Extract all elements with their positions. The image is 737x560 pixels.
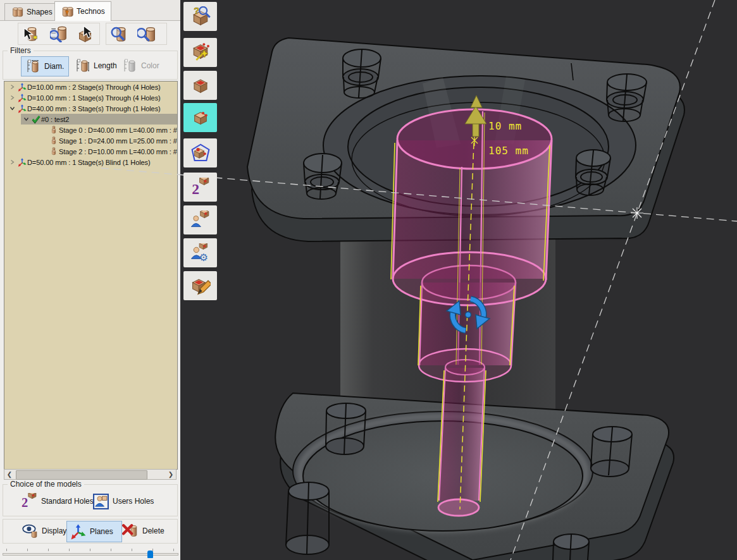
scroll-right-arrow[interactable]: ❯ xyxy=(166,470,176,479)
tree-row[interactable]: D=10.00 mm : 1 Stage(s) Through (4 Holes… xyxy=(4,92,177,103)
standard-hole-2-icon: 2 xyxy=(21,493,37,509)
tree-row[interactable]: Stage 2 : D=10.00 mm L=40.00 mm : # xyxy=(4,146,177,157)
dimension-label-offset[interactable]: 10 mm xyxy=(488,120,522,132)
slider-thumb[interactable] xyxy=(147,551,153,558)
zoom-single-hole-icon xyxy=(137,25,155,43)
standard-holes-label: Standard Holes xyxy=(41,497,94,506)
hole-select-toolbar xyxy=(18,23,100,45)
stage-cylinder-icon xyxy=(48,147,59,156)
box-outline-select-icon xyxy=(190,143,211,163)
filter-diameter-button[interactable]: Diam. xyxy=(21,56,69,76)
box-wand-button[interactable] xyxy=(183,38,217,67)
length-filter-icon xyxy=(75,58,90,74)
panel-tabbar: Shapes Technos xyxy=(0,0,180,21)
filters-group: Filters Diam. Length Color xyxy=(3,51,178,80)
tree-row-label: D=50.00 mm : 1 Stage(s) Blind (1 Holes) xyxy=(27,159,151,166)
zoom-single-hole-button[interactable] xyxy=(133,24,159,44)
filter-diameter-label: Diam. xyxy=(44,62,64,71)
edit-hole-button[interactable] xyxy=(183,271,217,300)
box-active-icon xyxy=(192,109,209,126)
tree-row[interactable]: D=50.00 mm : 1 Stage(s) Blind (1 Holes) xyxy=(4,157,177,167)
box-help-search-button[interactable]: ? xyxy=(183,2,217,31)
application-window: Shapes Technos xyxy=(0,0,737,560)
box-active-button[interactable] xyxy=(183,103,217,132)
filter-length-button[interactable]: Length xyxy=(71,56,121,75)
tree-row[interactable]: Stage 0 : D=40.00 mm L=40.00 mm : # xyxy=(4,125,177,135)
tree-horizontal-scrollbar[interactable]: ❮ ❯ xyxy=(4,469,177,480)
users-holes-button[interactable]: Users Holes xyxy=(93,492,154,510)
tree-row-label: Stage 1 : D=24.00 mm L=25.00 mm : # xyxy=(59,137,177,145)
models-group: Choice of the models 2 Standard Holes Us… xyxy=(3,484,178,516)
dimension-label-depth[interactable]: 105 mm xyxy=(488,145,529,157)
inspect-hole-list-button[interactable] xyxy=(45,24,71,44)
tree-row-label: #0 : test2 xyxy=(41,116,69,123)
tab-shapes[interactable]: Shapes xyxy=(4,3,59,20)
user-hole-icon xyxy=(191,210,210,229)
zoom-holes-button[interactable] xyxy=(106,24,133,44)
tab-shapes-label: Shapes xyxy=(27,8,53,16)
user-gear-icon: ⚙ xyxy=(191,243,210,262)
box-icon xyxy=(191,76,210,95)
tree-row-label: Stage 2 : D=10.00 mm L=40.00 mm : # xyxy=(59,148,177,155)
models-group-label: Choice of the models xyxy=(8,480,84,489)
chevron-right-icon[interactable] xyxy=(8,84,16,90)
zoom-toolbar xyxy=(106,23,167,45)
scrollbar-thumb[interactable] xyxy=(16,470,147,480)
green-check-icon xyxy=(30,114,41,124)
user-holes-tool-button[interactable] xyxy=(183,205,217,234)
user-settings-button[interactable]: ⚙ xyxy=(183,238,217,267)
tab-technos[interactable]: Technos xyxy=(54,1,111,21)
zoom-hole-icon xyxy=(111,25,128,43)
select-shape-icon xyxy=(77,25,94,42)
technos-side-panel: Shapes Technos xyxy=(0,0,180,560)
box-outline-select-button[interactable] xyxy=(183,138,217,167)
tree-row[interactable]: D=10.00 mm : 2 Stage(s) Through (4 Holes… xyxy=(4,82,177,92)
delete-label: Delete xyxy=(142,527,164,535)
diameter-filter-icon xyxy=(26,58,41,75)
holes-tree: D=10.00 mm : 2 Stage(s) Through (4 Holes… xyxy=(4,81,178,470)
hole-axes-icon xyxy=(16,94,27,102)
filter-color-label: Color xyxy=(141,61,159,70)
chevron-down-icon[interactable] xyxy=(8,106,16,111)
tree-row[interactable]: D=40.00 mm : 3 Stage(s) Through (1 Holes… xyxy=(4,103,177,114)
tree-row-label: D=10.00 mm : 1 Stage(s) Through (4 Holes… xyxy=(27,94,161,102)
stage-cylinder-icon xyxy=(48,136,59,145)
delete-x-icon xyxy=(122,523,139,539)
3d-viewport[interactable]: 10 mm 105 mm xyxy=(180,0,737,560)
standard-hole-2-icon: 2 xyxy=(191,178,210,197)
select-hole-button[interactable] xyxy=(18,24,45,44)
tree-row[interactable]: Stage 1 : D=24.00 mm L=25.00 mm : # xyxy=(4,135,177,146)
box-plain-button[interactable] xyxy=(183,71,217,100)
planes-label: Planes xyxy=(90,527,113,536)
cylinders-icon xyxy=(11,6,23,18)
eye-icon xyxy=(22,523,38,539)
tree-row-selected[interactable]: #0 : test2 xyxy=(4,114,177,125)
box-edit-pencil-icon xyxy=(190,276,211,296)
svg-text:?: ? xyxy=(194,6,199,16)
hole-axes-icon xyxy=(16,158,27,167)
inspect-hole-list-icon xyxy=(50,25,67,42)
cylinder-plug-icon xyxy=(61,6,73,18)
select-shape-button[interactable] xyxy=(71,24,98,44)
display-button[interactable]: Display xyxy=(18,521,70,541)
chevron-right-icon[interactable] xyxy=(8,159,16,165)
planes-button[interactable]: Planes xyxy=(66,521,122,542)
display-label: Display xyxy=(42,527,66,535)
box-help-search-icon: ? xyxy=(190,6,211,27)
filters-group-label: Filters xyxy=(8,46,34,55)
tab-technos-label: Technos xyxy=(77,7,105,16)
filter-color-button[interactable]: Color xyxy=(118,56,164,75)
tree-row-label: Stage 0 : D=40.00 mm L=40.00 mm : # xyxy=(59,126,177,134)
standard-holes-tool-button[interactable]: 2 xyxy=(183,173,217,202)
stage-cylinder-icon xyxy=(48,125,59,135)
scroll-left-arrow[interactable]: ❮ xyxy=(4,470,15,479)
standard-holes-button[interactable]: 2 Standard Holes xyxy=(21,492,94,510)
chevron-right-icon[interactable] xyxy=(8,95,16,100)
svg-text:⚙: ⚙ xyxy=(199,252,208,263)
hole-axes-icon xyxy=(16,83,27,92)
delete-button[interactable]: Delete xyxy=(119,521,168,541)
color-filter-icon xyxy=(123,58,138,74)
hole-axes-icon xyxy=(16,104,27,113)
chevron-down-icon[interactable] xyxy=(22,116,30,122)
planes-triad-icon xyxy=(70,524,86,540)
